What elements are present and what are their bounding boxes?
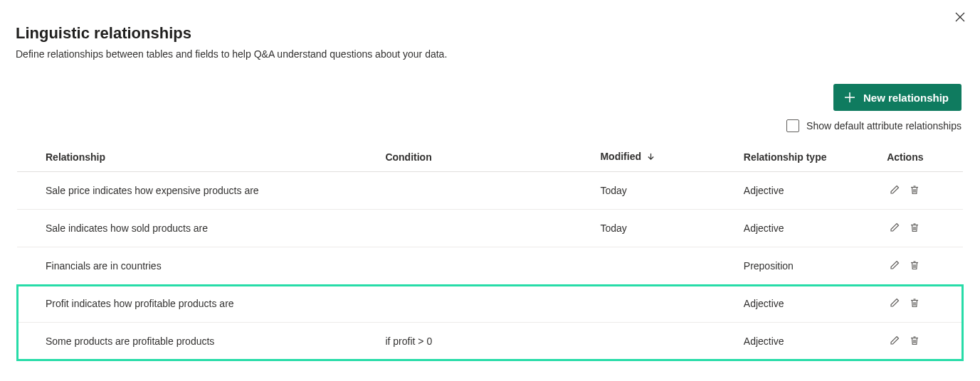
close-icon <box>955 12 965 22</box>
cell-type: Adjective <box>734 323 877 360</box>
pencil-icon <box>889 335 900 348</box>
cell-actions <box>877 323 963 360</box>
cell-modified <box>590 247 733 285</box>
close-button[interactable] <box>953 10 967 24</box>
edit-button[interactable] <box>887 296 902 311</box>
col-header-condition[interactable]: Condition <box>375 144 590 172</box>
relationships-table-wrap: Relationship Condition Modified <box>16 144 964 360</box>
pencil-icon <box>889 259 900 273</box>
delete-button[interactable] <box>907 333 922 349</box>
delete-button[interactable] <box>907 220 922 236</box>
plus-icon <box>843 91 856 104</box>
toolbar: New relationship Show default attribute … <box>16 84 964 132</box>
cell-actions <box>877 210 963 247</box>
trash-icon <box>909 222 920 235</box>
trash-icon <box>909 297 920 311</box>
cell-modified: Today <box>590 210 733 247</box>
table-row: Financials are in countriesPreposition <box>17 247 963 285</box>
cell-relationship: Profit indicates how profitable products… <box>17 285 375 323</box>
cell-actions <box>877 285 963 323</box>
table-row: Sale price indicates how expensive produ… <box>17 172 963 210</box>
cell-actions <box>877 247 963 285</box>
cell-relationship: Sale indicates how sold products are <box>17 210 375 247</box>
cell-condition <box>375 210 590 247</box>
cell-type: Preposition <box>734 247 877 285</box>
table-body: Sale price indicates how expensive produ… <box>17 172 963 360</box>
delete-button[interactable] <box>907 258 922 274</box>
trash-icon <box>909 335 920 348</box>
show-defaults-checkbox[interactable]: Show default attribute relationships <box>786 119 961 132</box>
relationships-table: Relationship Condition Modified <box>17 144 963 360</box>
table-row: Some products are profitable productsif … <box>17 323 963 360</box>
pencil-icon <box>889 297 900 311</box>
col-header-type[interactable]: Relationship type <box>734 144 877 172</box>
cell-type: Adjective <box>734 210 877 247</box>
linguistic-relationships-dialog: Linguistic relationships Define relation… <box>0 0 980 381</box>
cell-modified <box>590 285 733 323</box>
cell-type: Adjective <box>734 172 877 210</box>
delete-button[interactable] <box>907 296 922 311</box>
dialog-subtitle: Define relationships between tables and … <box>16 48 964 60</box>
col-header-modified[interactable]: Modified <box>590 144 733 172</box>
col-header-actions: Actions <box>877 144 963 172</box>
trash-icon <box>909 184 920 198</box>
sort-descending-icon <box>647 151 655 163</box>
table-row: Sale indicates how sold products areToda… <box>17 210 963 247</box>
edit-button[interactable] <box>887 183 902 198</box>
table-row: Profit indicates how profitable products… <box>17 285 963 323</box>
cell-relationship: Some products are profitable products <box>17 323 375 360</box>
col-header-relationship[interactable]: Relationship <box>17 144 375 172</box>
edit-button[interactable] <box>887 220 902 236</box>
pencil-icon <box>889 184 900 198</box>
edit-button[interactable] <box>887 258 902 274</box>
checkbox-icon <box>786 119 799 132</box>
cell-condition <box>375 172 590 210</box>
dialog-title: Linguistic relationships <box>16 24 964 43</box>
show-defaults-label: Show default attribute relationships <box>806 120 961 132</box>
new-relationship-button[interactable]: New relationship <box>833 84 961 111</box>
cell-modified: Today <box>590 172 733 210</box>
new-relationship-label: New relationship <box>863 92 949 104</box>
cell-modified <box>590 323 733 360</box>
edit-button[interactable] <box>887 333 902 349</box>
cell-type: Adjective <box>734 285 877 323</box>
trash-icon <box>909 259 920 273</box>
table-header-row: Relationship Condition Modified <box>17 144 963 172</box>
cell-relationship: Sale price indicates how expensive produ… <box>17 172 375 210</box>
cell-relationship: Financials are in countries <box>17 247 375 285</box>
delete-button[interactable] <box>907 183 922 198</box>
cell-condition <box>375 285 590 323</box>
pencil-icon <box>889 222 900 235</box>
cell-condition <box>375 247 590 285</box>
cell-condition: if profit > 0 <box>375 323 590 360</box>
cell-actions <box>877 172 963 210</box>
